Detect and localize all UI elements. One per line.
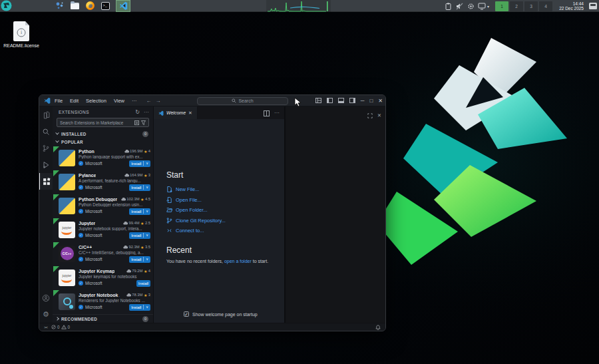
extension-list-item[interactable]: Jupyter Notebook ... 78.3M ★ 3 Renderers… [53,289,153,313]
startup-checkbox-row[interactable]: ✓ Show welcome page on startup [184,311,258,317]
panel-drawer-icon[interactable] [589,3,597,9]
remote-icon [166,228,172,234]
extension-description: Python Debugger extension usin... [79,202,149,207]
minimize-button[interactable]: ─ [361,98,365,104]
welcome-page: Start New File... Open File... Open Fold… [154,119,284,323]
desktop-3[interactable]: 3 [524,1,538,11]
open-a-folder-link[interactable]: open a folder [224,259,252,264]
start-link[interactable]: Connect to... [166,226,284,236]
display-icon[interactable] [478,2,486,11]
extension-icon [59,270,75,286]
install-dropdown-icon[interactable]: ∨ [146,234,148,237]
recommended-section-header[interactable]: RECOMMENDED 0 [53,315,153,323]
install-button[interactable]: Install ∨ [129,160,150,167]
search-view-icon[interactable] [39,123,53,140]
manage-gear-icon[interactable]: ⚙ [39,306,53,323]
extension-list-item[interactable]: Python Debugger 102.3M ★ 4.5 Python Debu… [53,194,153,218]
chevron-down-icon [55,139,59,143]
refresh-icon[interactable]: ↻ [135,109,140,115]
run-debug-icon[interactable] [39,156,53,173]
install-dropdown-icon[interactable]: ∨ [146,186,148,189]
extension-list-item[interactable]: Jupyter 99.4M ★ 2.5 Jupyter notebook sup… [53,218,153,242]
nav-forward-icon[interactable]: → [156,98,161,104]
notifications-bell-icon[interactable] [375,325,381,330]
caret-down-icon[interactable]: ▾ [487,4,489,9]
desktop-file-readme[interactable]: README.license [0,21,43,48]
system-monitor-graph[interactable] [266,0,331,12]
tab-close-icon[interactable]: ✕ [188,110,192,116]
menu-selection[interactable]: Selection [86,98,106,104]
clock[interactable]: 14:44 22 Dec 2025 [559,1,584,11]
install-dropdown-icon[interactable]: ∨ [146,162,148,165]
vscode-logo-icon [158,110,164,116]
toggle-primary-sidebar-icon[interactable] [327,98,333,103]
vscode-taskbar-icon[interactable] [116,0,130,12]
tab-welcome[interactable]: Welcome ✕ [154,106,198,119]
garuda-menu-icon[interactable] [1,0,12,11]
install-dropdown-icon[interactable]: ∨ [146,305,148,309]
install-button[interactable]: Install ∨ [129,304,150,311]
audio-muted-icon[interactable] [455,2,463,11]
start-link[interactable]: Open File... [166,195,284,206]
explorer-icon[interactable] [39,106,53,123]
extension-list-item[interactable]: Pylance 164.9M ★ 3 A performant, feature… [53,170,153,194]
install-dropdown-icon[interactable]: ∨ [146,210,148,213]
installed-section-header[interactable]: INSTALLED 0 [53,130,153,138]
extension-list-item[interactable]: Python 196.9M ★ 4 Python language suppor… [53,146,153,170]
filter-icon[interactable] [141,120,146,125]
close-pane-icon[interactable]: ✕ [377,112,381,118]
search-icon [232,98,236,103]
vscode-logo-icon [44,97,51,104]
install-button[interactable]: Install ∨ [129,256,150,263]
extension-publisher: Microsoft [85,233,127,238]
desktop-2[interactable]: 2 [510,1,523,11]
menu-[interactable]: ··· [132,98,137,104]
more-actions-icon[interactable]: ··· [144,109,149,115]
extension-stats: 196.9M ★ 4 [124,149,150,154]
desktop-1[interactable]: 1 [495,1,508,11]
close-button[interactable]: ✕ [378,98,383,104]
menu-file[interactable]: File [55,98,63,104]
firefox-icon[interactable] [85,1,95,11]
install-button[interactable]: Install ∨ [129,208,150,215]
extension-list-item[interactable]: Jupyter Keymap 79.2M ★ 4 Jupyter keymaps… [53,266,153,289]
nav-back-icon[interactable]: ← [146,98,152,104]
start-link[interactable]: New File... [166,184,284,195]
split-editor-icon[interactable] [264,107,270,119]
install-button[interactable]: Install ∨ [129,184,150,191]
desktop-4[interactable]: 4 [539,1,552,11]
install-button[interactable]: Install ∨ [129,232,150,239]
show-welcome-checkbox[interactable]: ✓ [184,311,189,317]
settings-gears-icon[interactable] [55,1,64,11]
problems-indicator[interactable]: 0 0 [51,325,70,329]
menu-view[interactable]: View [114,98,124,104]
open-file-icon [166,197,172,203]
source-control-icon[interactable] [39,140,53,156]
terminal-icon[interactable]: >_ [100,1,110,11]
install-button[interactable]: Install [136,280,150,287]
remote-indicator-icon[interactable]: >< [44,325,47,329]
start-link[interactable]: Open Folder... [166,205,284,216]
toggle-secondary-sidebar-icon[interactable] [349,98,355,103]
popular-section-header[interactable]: POPULAR [53,138,153,146]
customize-layout-icon[interactable] [315,98,321,103]
tray-settings-gear-icon[interactable] [467,2,475,11]
file-manager-icon[interactable] [70,1,79,11]
cloud-download-icon [121,198,126,201]
extensions-search-input[interactable]: Search Extensions in Marketplace [57,118,149,127]
accounts-icon[interactable] [39,289,53,306]
extension-list-item[interactable]: C/C++ 92.3M ★ 3.5 C/C++ IntelliSense, de… [53,242,153,266]
install-dropdown-icon[interactable]: ∨ [146,258,148,261]
extensions-view-icon[interactable] [39,173,53,190]
vscode-titlebar[interactable]: FileEditSelectionView··· ← → Search [39,95,385,106]
recommended-count-badge: 0 [142,316,148,322]
clipboard-icon[interactable] [444,2,452,11]
editor-more-actions-icon[interactable]: ··· [274,110,280,116]
restore-pane-size-icon[interactable] [367,109,373,121]
toggle-panel-icon[interactable] [338,98,344,103]
start-link[interactable]: Clone Git Repository... [166,216,284,226]
menu-edit[interactable]: Edit [70,98,79,104]
maximize-button[interactable]: □ [369,98,373,104]
search-options-icon[interactable] [134,120,139,125]
command-center-search[interactable]: Search [197,97,288,105]
